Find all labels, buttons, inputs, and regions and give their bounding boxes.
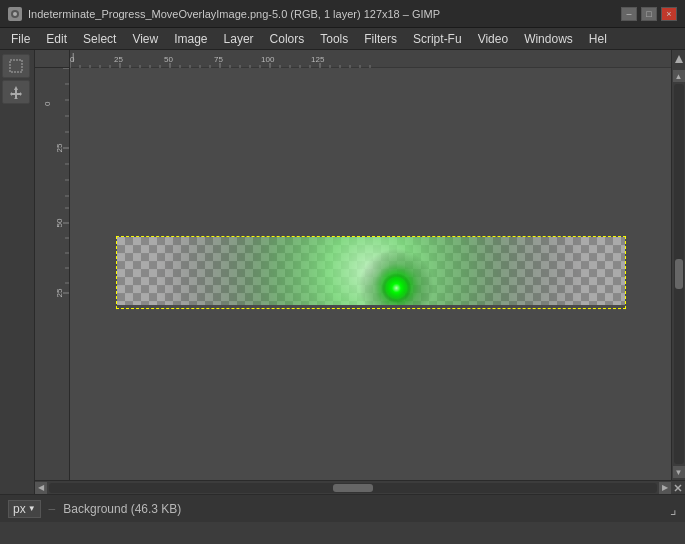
canvas-row: 0 25 50 25 xyxy=(35,68,685,480)
svg-text:50: 50 xyxy=(55,218,64,227)
app-icon xyxy=(8,7,22,21)
main-layout: | 0 25 50 75 100 125 xyxy=(0,50,685,494)
menu-help[interactable]: Hel xyxy=(582,30,614,48)
scroll-track-horizontal[interactable] xyxy=(49,483,657,493)
menu-select[interactable]: Select xyxy=(76,30,123,48)
right-scrollbar[interactable]: ▲ ▼ xyxy=(671,68,685,480)
scroll-right-button[interactable]: ▶ xyxy=(659,482,671,494)
scroll-up-button[interactable]: ▲ xyxy=(673,70,685,82)
svg-text:100: 100 xyxy=(261,55,275,64)
resize-handle-icon: ⌟ xyxy=(670,501,677,517)
menu-scriptfu[interactable]: Script-Fu xyxy=(406,30,469,48)
image-canvas xyxy=(117,237,625,305)
ruler-top-row: | 0 25 50 75 100 125 xyxy=(35,50,685,68)
svg-rect-46 xyxy=(35,68,70,480)
status-bar: px ▼ – Background (46.3 KB) ⌟ xyxy=(0,494,685,522)
menu-edit[interactable]: Edit xyxy=(39,30,74,48)
menu-image[interactable]: Image xyxy=(167,30,214,48)
window-title: Indeterminate_Progress_MoveOverlayImage.… xyxy=(28,8,440,20)
layer-info: Background (46.3 KB) xyxy=(63,502,181,516)
svg-text:25: 25 xyxy=(55,288,64,297)
maximize-button[interactable]: □ xyxy=(641,7,657,21)
title-bar-left: Indeterminate_Progress_MoveOverlayImage.… xyxy=(8,7,440,21)
scroll-thumb-vertical[interactable] xyxy=(675,259,683,289)
window-controls[interactable]: – □ × xyxy=(621,7,677,21)
ruler-corner-right xyxy=(671,50,685,68)
svg-rect-3 xyxy=(10,60,22,72)
tool-move[interactable] xyxy=(2,80,30,104)
unit-dropdown-icon: ▼ xyxy=(28,504,36,513)
canvas-area[interactable] xyxy=(70,68,671,480)
svg-text:0: 0 xyxy=(43,101,52,106)
svg-text:25: 25 xyxy=(114,55,123,64)
menu-file[interactable]: File xyxy=(4,30,37,48)
statusbar-right: ⌟ xyxy=(670,501,677,517)
ruler-v-svg: 0 25 50 25 xyxy=(35,68,70,480)
ruler-h-svg: | 0 25 50 75 100 125 xyxy=(70,50,671,68)
menu-view[interactable]: View xyxy=(125,30,165,48)
minimize-button[interactable]: – xyxy=(621,7,637,21)
unit-selector[interactable]: px ▼ xyxy=(8,500,41,518)
svg-marker-4 xyxy=(10,86,22,99)
menu-colors[interactable]: Colors xyxy=(263,30,312,48)
svg-text:0: 0 xyxy=(70,55,75,64)
svg-text:50: 50 xyxy=(164,55,173,64)
ruler-corner xyxy=(35,50,70,68)
bottom-scrollbar[interactable]: ◀ ▶ xyxy=(35,480,685,494)
scroll-left-button[interactable]: ◀ xyxy=(35,482,47,494)
svg-text:75: 75 xyxy=(214,55,223,64)
canvas-wrapper: | 0 25 50 75 100 125 xyxy=(35,50,685,494)
svg-marker-45 xyxy=(675,55,683,63)
menu-windows[interactable]: Windows xyxy=(517,30,580,48)
image-container xyxy=(116,236,626,309)
scroll-down-button[interactable]: ▼ xyxy=(673,466,685,478)
scroll-thumb-horizontal[interactable] xyxy=(333,484,373,492)
svg-text:125: 125 xyxy=(311,55,325,64)
close-button[interactable]: × xyxy=(661,7,677,21)
left-toolbar xyxy=(0,50,35,494)
scroll-corner xyxy=(671,481,685,495)
menu-filters[interactable]: Filters xyxy=(357,30,404,48)
zoom-separator: – xyxy=(49,502,56,516)
svg-text:25: 25 xyxy=(55,143,64,152)
title-bar: Indeterminate_Progress_MoveOverlayImage.… xyxy=(0,0,685,28)
tool-rect-select[interactable] xyxy=(2,54,30,78)
menu-tools[interactable]: Tools xyxy=(313,30,355,48)
menu-layer[interactable]: Layer xyxy=(217,30,261,48)
unit-label: px xyxy=(13,502,26,516)
scroll-track-vertical[interactable] xyxy=(674,84,684,464)
svg-point-2 xyxy=(13,12,17,16)
menu-bar: File Edit Select View Image Layer Colors… xyxy=(0,28,685,50)
scroll-corner-icon xyxy=(673,483,683,493)
ruler-vertical: 0 25 50 25 xyxy=(35,68,70,480)
menu-video[interactable]: Video xyxy=(471,30,515,48)
ruler-horizontal: | 0 25 50 75 100 125 xyxy=(70,50,671,68)
